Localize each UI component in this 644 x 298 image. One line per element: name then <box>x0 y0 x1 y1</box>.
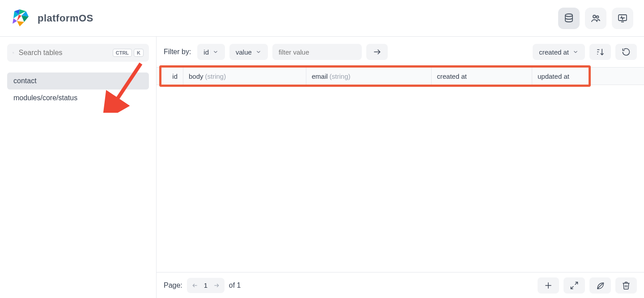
search-box[interactable]: CTRL K <box>7 44 149 62</box>
next-page-button[interactable] <box>210 279 223 292</box>
svg-marker-5 <box>17 21 24 26</box>
filter-field-value: id <box>203 48 209 56</box>
sort-direction-button[interactable] <box>589 44 611 60</box>
plus-icon <box>544 281 553 290</box>
svg-marker-3 <box>17 15 21 21</box>
svg-point-10 <box>597 16 599 18</box>
search-input[interactable] <box>19 49 108 57</box>
filter-toolbar: Filter by: id value created at <box>157 37 644 67</box>
users-button[interactable] <box>585 8 606 29</box>
logo-icon <box>11 8 32 29</box>
sidebar: CTRL K contact modules/core/status <box>0 37 157 298</box>
current-page: 1 <box>201 281 210 289</box>
heartbeat-monitor-icon <box>617 13 628 24</box>
page-nav: 1 <box>187 278 225 293</box>
sort-select[interactable]: created at <box>533 44 585 60</box>
leaf-icon <box>596 281 605 290</box>
sidebar-item-status[interactable]: modules/core/status <box>7 89 149 106</box>
svg-marker-4 <box>21 16 29 22</box>
column-header-body[interactable]: body(string) <box>183 68 306 85</box>
expand-button[interactable] <box>564 277 585 294</box>
table-header-row: id body(string) email(string) created at… <box>157 67 644 85</box>
users-icon <box>590 13 601 24</box>
chevron-down-icon <box>572 49 579 55</box>
svg-marker-7 <box>13 18 17 24</box>
filter-op-value: value <box>236 48 252 56</box>
svg-point-8 <box>565 14 572 17</box>
svg-line-13 <box>13 53 14 53</box>
refresh-icon <box>622 47 631 56</box>
filter-by-label: Filter by: <box>164 48 191 56</box>
svg-line-21 <box>575 282 578 285</box>
svg-line-22 <box>571 286 574 289</box>
page-label: Page: <box>164 281 182 289</box>
add-row-button[interactable] <box>538 277 559 294</box>
expand-icon <box>570 281 579 290</box>
database-button[interactable] <box>558 8 580 29</box>
arrow-right-icon <box>213 282 220 289</box>
column-header-updated-at[interactable]: updated at <box>532 68 644 85</box>
table-list: contact modules/core/status <box>7 72 149 106</box>
apply-filter-button[interactable] <box>366 44 388 60</box>
table-body-empty <box>157 85 644 272</box>
page-total-label: of 1 <box>229 281 241 289</box>
monitor-button[interactable] <box>612 8 633 29</box>
header-actions <box>558 8 633 29</box>
table-footer: Page: 1 of 1 <box>157 272 644 298</box>
filter-value-input[interactable] <box>272 44 362 60</box>
column-header-email[interactable]: email(string) <box>306 68 432 85</box>
app-header: platformOS <box>0 0 644 37</box>
sidebar-item-contact[interactable]: contact <box>7 72 149 89</box>
filter-field-select[interactable]: id <box>197 44 225 60</box>
delete-button[interactable] <box>615 277 637 294</box>
database-icon <box>564 13 574 24</box>
filter-op-select[interactable]: value <box>229 44 268 60</box>
arrow-left-icon <box>192 282 198 289</box>
brand-name: platformOS <box>38 13 93 24</box>
svg-point-9 <box>593 15 596 18</box>
chevron-down-icon <box>212 49 219 55</box>
refresh-button[interactable] <box>615 44 637 60</box>
column-header-id[interactable]: id <box>157 68 183 85</box>
search-icon <box>13 48 14 57</box>
trash-icon <box>622 281 631 290</box>
arrow-right-icon <box>373 47 381 56</box>
chevron-down-icon <box>255 49 262 55</box>
search-shortcut: CTRL K <box>113 49 144 57</box>
sort-value: created at <box>539 48 569 56</box>
main-panel: Filter by: id value created at <box>157 37 644 298</box>
sort-desc-icon <box>596 47 605 56</box>
kbd-ctrl: CTRL <box>113 49 132 57</box>
leaf-button[interactable] <box>589 277 611 294</box>
kbd-k: K <box>134 49 144 57</box>
svg-point-12 <box>13 52 13 53</box>
column-header-created-at[interactable]: created at <box>432 68 532 85</box>
prev-page-button[interactable] <box>189 279 201 292</box>
brand: platformOS <box>11 8 93 29</box>
